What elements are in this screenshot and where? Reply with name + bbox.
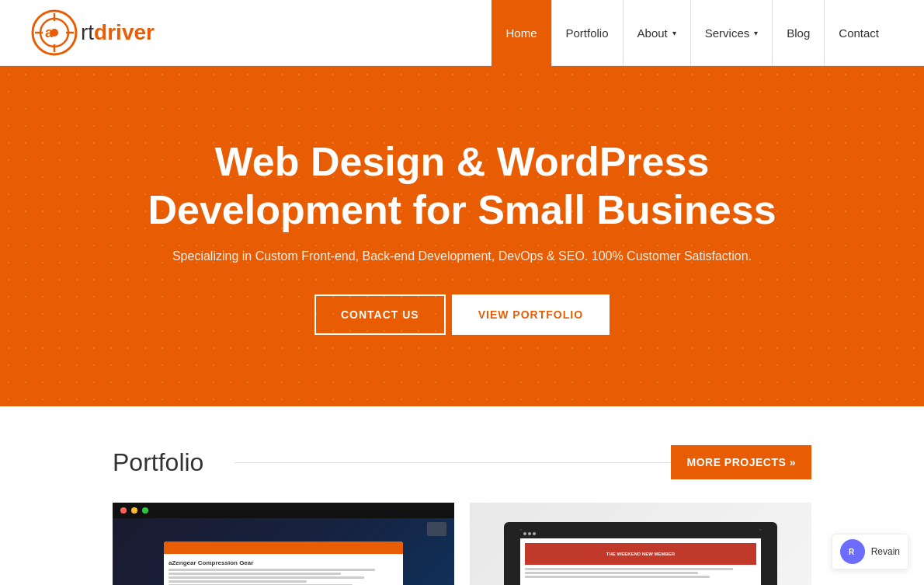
hero-subtitle: Specializing in Custom Front-end, Back-e…: [172, 249, 752, 263]
svg-text:R: R: [849, 548, 855, 556]
logo-icon: a: [31, 9, 78, 56]
nav-item-about[interactable]: About ▾: [624, 0, 691, 66]
portfolio-title-wrapper: Portfolio: [113, 448, 671, 477]
portfolio-title: Portfolio: [113, 448, 203, 477]
chevron-down-icon: ▾: [672, 29, 676, 37]
hero-buttons: CONTACT US VIEW PORTFOLIO: [314, 294, 610, 335]
svg-text:a: a: [45, 25, 54, 40]
revain-label: Revain: [871, 546, 900, 557]
nav-item-services[interactable]: Services ▾: [691, 0, 773, 66]
revain-icon: R: [840, 539, 865, 564]
portfolio-card-1[interactable]: aZengear Compression Gear: [113, 503, 454, 585]
portfolio-divider: [234, 462, 671, 463]
revain-badge[interactable]: R Revain: [832, 534, 908, 569]
hero-title: Web Design & WordPress Development for S…: [113, 138, 811, 235]
portfolio-header: Portfolio MORE PROJECTS »: [113, 445, 811, 479]
contact-us-button[interactable]: CONTACT US: [314, 294, 446, 335]
hero-background: [0, 66, 924, 406]
chevron-down-icon: ▾: [754, 29, 758, 37]
main-nav: Home Portfolio About ▾ Services ▾ Blog C…: [492, 0, 893, 66]
portfolio-card-1-image: aZengear Compression Gear: [113, 503, 454, 585]
nav-item-portfolio[interactable]: Portfolio: [552, 0, 624, 66]
header: a rtdriver Home Portfolio About ▾ Servic…: [0, 0, 924, 66]
portfolio-card-2-image: THE WEEKEND NEW MEMBER: [470, 503, 811, 585]
hero-section: Web Design & WordPress Development for S…: [0, 66, 924, 406]
card2-brand: THE WEEKEND NEW MEMBER: [606, 552, 675, 556]
more-projects-button[interactable]: MORE PROJECTS »: [671, 445, 811, 479]
portfolio-grid: aZengear Compression Gear: [113, 503, 811, 585]
nav-item-home[interactable]: Home: [492, 0, 551, 66]
logo-text: rtdriver: [81, 20, 155, 45]
card1-title: aZengear Compression Gear: [168, 559, 398, 567]
nav-item-blog[interactable]: Blog: [773, 0, 825, 66]
logo[interactable]: a rtdriver: [31, 9, 155, 56]
view-portfolio-button[interactable]: VIEW PORTFOLIO: [452, 294, 610, 335]
portfolio-card-2[interactable]: THE WEEKEND NEW MEMBER: [470, 503, 811, 585]
portfolio-section: Portfolio MORE PROJECTS » aZengear Compr…: [0, 406, 924, 585]
nav-item-contact[interactable]: Contact: [825, 0, 893, 66]
